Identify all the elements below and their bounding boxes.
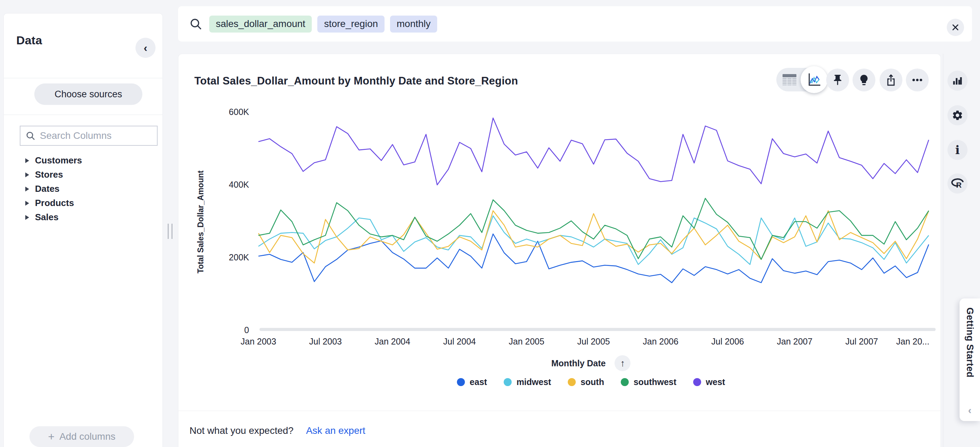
- expand-caret-icon[interactable]: [25, 201, 29, 206]
- x-tick-label: Jul 2004: [425, 336, 494, 347]
- x-axis-label-row: Monthly Date ↑: [243, 355, 939, 372]
- x-tick-label: Jul 2003: [291, 336, 360, 347]
- r-analysis-button[interactable]: R: [947, 173, 967, 193]
- y-tick-label: 200K: [199, 252, 249, 262]
- answer-footer: Not what you expected? Ask an expert: [189, 422, 366, 439]
- legend-label: southwest: [633, 377, 676, 387]
- x-tick-label: Jan 20...: [878, 336, 947, 347]
- legend-item-east[interactable]: east: [457, 377, 487, 387]
- chart-title: Total Sales_Dollar_Amount by Monthly Dat…: [194, 75, 518, 87]
- chart-horizontal-scrollbar[interactable]: [259, 328, 935, 331]
- view-toggle: [776, 68, 824, 91]
- ask-an-expert-link[interactable]: Ask an expert: [306, 425, 365, 436]
- chart-config-button[interactable]: [947, 71, 967, 91]
- bar-chart-icon: [952, 76, 963, 86]
- sidebar-item-sales[interactable]: Sales: [4, 210, 162, 224]
- search-token-store_region[interactable]: store_region: [317, 16, 385, 33]
- line-chart[interactable]: [243, 104, 939, 340]
- svg-text:R: R: [956, 181, 962, 189]
- add-columns-button[interactable]: + Add columns: [29, 426, 134, 447]
- legend-label: south: [581, 377, 604, 387]
- legend-item-west[interactable]: west: [693, 377, 725, 387]
- table-label: Stores: [35, 169, 63, 180]
- y-tick-label: 0: [199, 325, 249, 335]
- x-tick-label: Jan 2007: [760, 336, 829, 347]
- legend-item-midwest[interactable]: midwest: [504, 377, 551, 387]
- divider: [178, 411, 940, 411]
- data-panel: Data ‹ Choose sources CustomersStoresDat…: [3, 13, 163, 447]
- search-token-sales_dollar_amount[interactable]: sales_dollar_amount: [209, 16, 312, 33]
- r-logo-icon: R: [951, 178, 964, 189]
- expand-caret-icon[interactable]: [25, 158, 29, 163]
- table-view-icon: [782, 74, 797, 86]
- y-tick-label: 400K: [199, 180, 249, 190]
- series-line-midwest[interactable]: [258, 216, 929, 265]
- share-icon: [885, 74, 897, 86]
- share-button[interactable]: [880, 68, 902, 91]
- close-icon: [951, 24, 959, 31]
- x-tick-label: Jan 2004: [358, 336, 427, 347]
- table-label: Dates: [35, 184, 60, 194]
- legend-dot-icon: [457, 378, 465, 386]
- series-line-east[interactable]: [258, 234, 929, 283]
- column-search-input[interactable]: [40, 130, 165, 141]
- panel-resize-handle[interactable]: [168, 224, 172, 239]
- footer-question: Not what you expected?: [189, 425, 293, 436]
- table-label: Products: [35, 198, 74, 208]
- chart-view-icon: [807, 72, 821, 87]
- arrow-up-icon: ↑: [620, 358, 625, 369]
- collapse-panel-button[interactable]: ‹: [135, 38, 156, 58]
- search-token-monthly[interactable]: monthly: [390, 16, 437, 33]
- more-options-button[interactable]: [906, 68, 929, 91]
- legend-label: midwest: [517, 377, 551, 387]
- table-view-button[interactable]: [780, 73, 799, 87]
- choose-sources-button[interactable]: Choose sources: [34, 84, 142, 105]
- search-bar[interactable]: sales_dollar_amountstore_regionmonthly: [178, 6, 972, 41]
- app-window: Data ‹ Choose sources CustomersStoresDat…: [0, 0, 980, 447]
- legend-dot-icon: [504, 378, 512, 386]
- info-button[interactable]: i: [947, 140, 967, 160]
- data-panel-title: Data: [16, 33, 42, 47]
- column-tree: CustomersStoresDatesProductsSales: [4, 154, 162, 224]
- insights-button[interactable]: [853, 68, 875, 91]
- legend-label: west: [706, 377, 725, 387]
- chart-view-button[interactable]: [800, 66, 827, 93]
- expand-caret-icon[interactable]: [25, 173, 29, 177]
- legend-dot-icon: [621, 378, 629, 386]
- getting-started-tab[interactable]: Getting Started ‹: [959, 298, 980, 421]
- plus-icon: +: [48, 431, 55, 442]
- legend-label: east: [470, 377, 487, 387]
- search-icon: [189, 17, 202, 30]
- expand-caret-icon[interactable]: [25, 187, 29, 192]
- chevron-left-icon: ‹: [968, 404, 972, 416]
- table-label: Sales: [35, 212, 59, 223]
- sidebar-item-customers[interactable]: Customers: [4, 154, 162, 168]
- pin-button[interactable]: [826, 68, 849, 91]
- sort-ascending-button[interactable]: ↑: [614, 355, 630, 371]
- series-line-southwest[interactable]: [258, 198, 929, 259]
- search-tokens: sales_dollar_amountstore_regionmonthly: [209, 16, 437, 33]
- legend-item-southwest[interactable]: southwest: [621, 377, 676, 387]
- x-tick-label: Jan 2005: [492, 336, 561, 347]
- legend-dot-icon: [693, 378, 701, 386]
- settings-button[interactable]: [947, 105, 967, 125]
- getting-started-label: Getting Started: [964, 308, 975, 378]
- y-tick-label: 600K: [199, 107, 249, 117]
- sidebar-item-products[interactable]: Products: [4, 196, 162, 210]
- x-tick-label: Jan 2006: [626, 336, 695, 347]
- answer-card: Total Sales_Dollar_Amount by Monthly Dat…: [178, 54, 941, 447]
- legend-item-south[interactable]: south: [568, 377, 604, 387]
- series-line-west[interactable]: [258, 118, 929, 185]
- more-ellipsis-icon: [911, 74, 924, 86]
- sidebar-item-dates[interactable]: Dates: [4, 182, 162, 196]
- x-tick-label: Jan 2003: [224, 336, 293, 347]
- sidebar-item-stores[interactable]: Stores: [4, 168, 162, 182]
- add-columns-label: Add columns: [59, 431, 115, 442]
- chevron-left-icon: ‹: [144, 41, 148, 54]
- column-search-box[interactable]: [20, 126, 158, 146]
- expand-caret-icon[interactable]: [25, 215, 29, 220]
- search-icon: [25, 130, 36, 141]
- chart-legend: eastmidwestsouthsouthwestwest: [243, 374, 939, 390]
- close-search-button[interactable]: [947, 19, 964, 36]
- x-axis-title: Monthly Date: [552, 358, 606, 368]
